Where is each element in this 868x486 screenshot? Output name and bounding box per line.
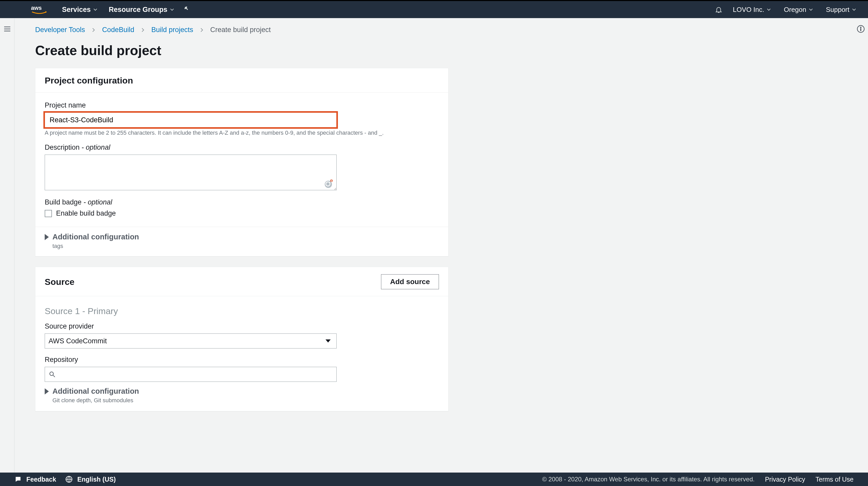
nav-region-label: Oregon [784, 6, 806, 14]
grammarly-icon[interactable] [324, 179, 333, 189]
project-additional-config-title: Additional configuration [53, 233, 139, 241]
repository-search-input[interactable] [45, 367, 337, 382]
repository-label: Repository [45, 356, 439, 364]
source-provider-value: AWS CodeCommit [49, 337, 107, 345]
project-name-hint: A project name must be 2 to 255 characte… [45, 130, 439, 136]
source-provider-label: Source provider [45, 322, 439, 331]
chat-icon [14, 476, 22, 483]
chevron-down-icon [809, 7, 813, 11]
source-additional-config-toggle[interactable]: Additional configuration [45, 387, 439, 396]
chevron-down-icon [170, 7, 174, 11]
source-title: Source [45, 277, 74, 287]
description-textarea[interactable] [45, 154, 337, 190]
nav-support-label: Support [826, 6, 849, 14]
info-icon [857, 25, 865, 33]
page-title: Create build project [35, 42, 833, 58]
expander-triangle-icon [45, 388, 49, 395]
project-additional-config-toggle[interactable]: Additional configuration [45, 233, 439, 241]
nav-account[interactable]: LOVO Inc. [730, 1, 773, 18]
breadcrumb-devtools[interactable]: Developer Tools [35, 26, 85, 34]
main-content: Developer Tools CodeBuild Build projects… [14, 18, 854, 411]
nav-services[interactable]: Services [56, 1, 103, 18]
nav-resource-groups-label: Resource Groups [109, 6, 167, 14]
source-provider-select[interactable]: AWS CodeCommit [45, 334, 337, 348]
svg-text:aws: aws [31, 5, 42, 11]
aws-logo[interactable]: aws [31, 5, 48, 15]
breadcrumb-current: Create build project [210, 26, 271, 34]
svg-point-11 [50, 372, 54, 376]
footer-language[interactable]: English (US) [65, 476, 116, 483]
footer-language-label: English (US) [77, 476, 116, 483]
nav-account-label: LOVO Inc. [733, 6, 764, 14]
sidebar-collapse[interactable] [0, 19, 14, 473]
panel-source: Source Add source Source 1 - Primary Sou… [35, 267, 448, 411]
search-icon [49, 371, 56, 378]
source-additional-config-title: Additional configuration [53, 387, 139, 396]
chevron-right-icon [141, 28, 145, 32]
aws-logo-icon: aws [31, 5, 48, 15]
project-config-title: Project configuration [45, 76, 133, 86]
svg-rect-10 [331, 181, 332, 182]
svg-rect-6 [861, 28, 861, 31]
select-caret-icon [326, 339, 331, 343]
info-panel-toggle[interactable] [854, 19, 868, 33]
nav-support[interactable]: Support [823, 1, 859, 18]
build-badge-label: Build badge - optional [45, 198, 439, 206]
svg-rect-9 [331, 180, 332, 181]
nav-services-label: Services [62, 6, 91, 14]
svg-line-12 [53, 375, 55, 377]
footer: Feedback English (US) © 2008 - 2020, Ama… [0, 473, 868, 486]
source-primary-title: Source 1 - Primary [45, 306, 439, 316]
chevron-down-icon [852, 7, 856, 11]
add-source-button[interactable]: Add source [381, 274, 439, 289]
project-name-input[interactable] [45, 112, 337, 127]
nav-resource-groups[interactable]: Resource Groups [103, 1, 180, 18]
footer-feedback-label: Feedback [26, 476, 56, 483]
enable-build-badge-row[interactable]: Enable build badge [45, 209, 439, 218]
chevron-right-icon [91, 28, 96, 32]
breadcrumb-codebuild[interactable]: CodeBuild [102, 26, 134, 34]
footer-privacy-link[interactable]: Privacy Policy [765, 476, 805, 483]
source-additional-config-subtitle: Git clone depth, Git submodules [53, 397, 439, 404]
nav-pin-icon[interactable] [183, 5, 190, 14]
chevron-down-icon [767, 7, 771, 11]
nav-region[interactable]: Oregon [781, 1, 815, 18]
breadcrumb-build-projects[interactable]: Build projects [151, 26, 193, 34]
chevron-down-icon [93, 7, 97, 11]
project-name-label: Project name [45, 101, 439, 109]
notifications-icon[interactable] [715, 5, 722, 14]
expander-triangle-icon [45, 234, 49, 240]
footer-terms-link[interactable]: Terms of Use [815, 476, 854, 483]
enable-build-badge-checkbox[interactable] [45, 210, 52, 217]
chevron-right-icon [199, 28, 204, 32]
panel-project-configuration: Project configuration Project name A pro… [35, 68, 448, 256]
top-nav: aws Services Resource Groups LOVO Inc. O… [0, 0, 868, 18]
globe-icon [65, 476, 72, 483]
breadcrumb: Developer Tools CodeBuild Build projects… [35, 23, 833, 38]
footer-copyright: © 2008 - 2020, Amazon Web Services, Inc.… [542, 476, 755, 483]
enable-build-badge-label: Enable build badge [56, 209, 116, 218]
footer-feedback[interactable]: Feedback [14, 476, 56, 483]
hamburger-icon [3, 25, 11, 33]
description-label: Description - optional [45, 143, 439, 151]
project-additional-config-subtitle: tags [53, 243, 439, 250]
svg-point-5 [860, 27, 861, 28]
